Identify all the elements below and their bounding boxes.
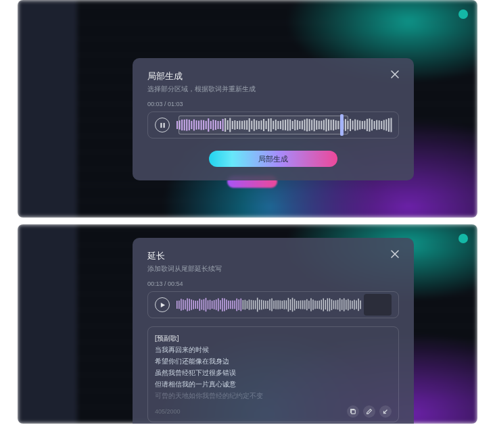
- play-button[interactable]: [155, 297, 170, 312]
- char-counter: 405/2000: [155, 408, 181, 415]
- partial-generate-button[interactable]: 局部生成: [209, 151, 337, 167]
- extension-region[interactable]: [364, 294, 392, 316]
- svg-rect-0: [160, 122, 162, 127]
- playback-time: 00:13 / 00:54: [147, 280, 399, 287]
- modal-subtitle: 添加歌词从尾部延长续写: [147, 264, 222, 274]
- audio-player: [147, 111, 399, 139]
- selection-region[interactable]: [179, 116, 348, 134]
- avatar: [458, 234, 468, 243]
- close-icon[interactable]: [391, 250, 399, 258]
- svg-rect-2: [352, 410, 356, 414]
- avatar: [458, 9, 468, 19]
- close-icon[interactable]: [391, 70, 399, 78]
- waveform[interactable]: [176, 297, 392, 313]
- screenshot-partial-generate: 局部生成 选择部分区域，根据歌词并重新生成 00:03 / 01:03 局部生成: [18, 0, 477, 218]
- selection-handle[interactable]: [340, 114, 344, 136]
- lyrics-tools: [347, 405, 392, 418]
- svg-rect-1: [163, 122, 164, 127]
- waveform[interactable]: [176, 117, 392, 133]
- audio-player: [147, 291, 399, 318]
- modal-subtitle: 选择部分区域，根据歌词并重新生成: [147, 84, 256, 94]
- pause-button[interactable]: [155, 118, 170, 132]
- lyrics-box: [预副歌]当我再回来的时候希望你们还能像在我身边虽然我曾经犯下过很多错误但请相信…: [147, 326, 399, 422]
- modal-title: 延长: [147, 250, 222, 262]
- copy-icon[interactable]: [347, 405, 359, 418]
- partial-generate-modal: 局部生成 选择部分区域，根据歌词并重新生成 00:03 / 01:03 局部生成: [133, 58, 414, 180]
- edit-icon[interactable]: [363, 405, 375, 418]
- extend-modal: 延长 添加歌词从尾部延长续写 00:13 / 00:54 [预副歌]当我再回来的…: [133, 238, 414, 424]
- lyrics-textarea[interactable]: [预副歌]当我再回来的时候希望你们还能像在我身边虽然我曾经犯下过很多错误但请相信…: [155, 332, 392, 401]
- playback-time: 00:03 / 01:03: [147, 101, 399, 107]
- screenshot-extend: 延长 添加歌词从尾部延长续写 00:13 / 00:54 [预副歌]当我再回来的…: [18, 224, 477, 424]
- expand-icon[interactable]: [379, 405, 392, 418]
- modal-title: 局部生成: [147, 70, 256, 82]
